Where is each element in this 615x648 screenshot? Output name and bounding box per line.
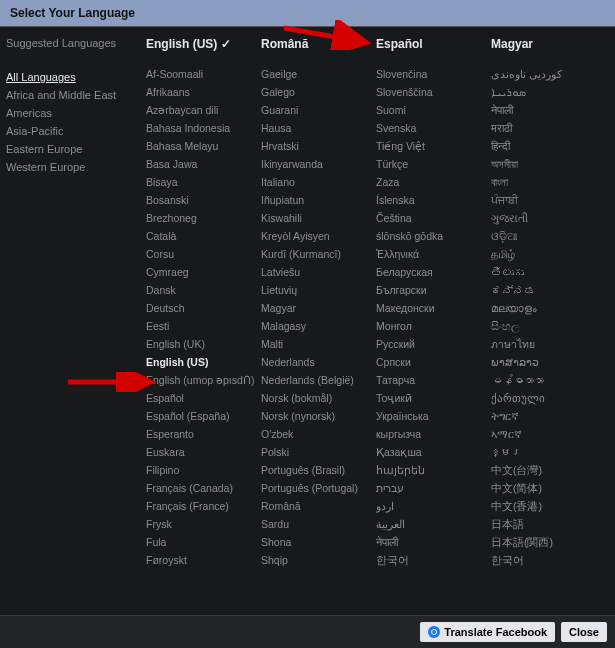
lang-item[interactable]: Norsk (bokmål) (261, 389, 370, 407)
lang-item[interactable]: Română (261, 497, 370, 515)
lang-item[interactable]: Hausa (261, 119, 370, 137)
sidebar-item-3[interactable]: Asia-Pacific (6, 125, 138, 137)
lang-item[interactable]: ქართული (491, 389, 600, 407)
lang-item[interactable]: Nederlands (261, 353, 370, 371)
lang-item[interactable]: Íslenska (376, 191, 485, 209)
lang-item[interactable]: Français (Canada) (146, 479, 255, 497)
sidebar-item-0[interactable]: All Languages (6, 71, 138, 83)
lang-item[interactable]: नेपाली (376, 533, 485, 551)
lang-item[interactable]: Bosanski (146, 191, 255, 209)
lang-item[interactable]: 中文(简体) (491, 479, 600, 497)
lang-item[interactable]: ગુજરાતી (491, 209, 600, 227)
lang-item[interactable]: Galego (261, 83, 370, 101)
close-button[interactable]: Close (561, 622, 607, 642)
lang-item[interactable]: 日本語 (491, 515, 600, 533)
lang-item[interactable]: Português (Portugal) (261, 479, 370, 497)
lang-item[interactable]: Azərbaycan dili (146, 101, 255, 119)
lang-item[interactable]: Français (France) (146, 497, 255, 515)
lang-item[interactable]: Magyar (261, 299, 370, 317)
lang-item[interactable]: Polski (261, 443, 370, 461)
lang-item[interactable]: Slovenščina (376, 83, 485, 101)
lang-item[interactable]: ትግርኛ (491, 407, 600, 425)
lang-item[interactable]: 中文(香港) (491, 497, 600, 515)
lang-item[interactable]: हिन्दी (491, 137, 600, 155)
lang-item[interactable]: Zaza (376, 173, 485, 191)
lang-item[interactable]: Kiswahili (261, 209, 370, 227)
lang-item[interactable]: Català (146, 227, 255, 245)
lang-item[interactable]: Deutsch (146, 299, 255, 317)
lang-item[interactable]: Gaeilge (261, 65, 370, 83)
lang-item[interactable]: Беларуская (376, 263, 485, 281)
lang-item[interactable]: Português (Brasil) (261, 461, 370, 479)
lang-item[interactable]: اردو (376, 497, 485, 515)
lang-item[interactable]: Kurdî (Kurmancî) (261, 245, 370, 263)
lang-item[interactable]: العربية (376, 515, 485, 533)
lang-item[interactable]: ślōnskŏ gŏdka (376, 227, 485, 245)
lang-item[interactable]: ኣማርኛ (491, 425, 600, 443)
lang-item[interactable]: नेपाली (491, 101, 600, 119)
lang-item[interactable]: Frysk (146, 515, 255, 533)
lang-item[interactable]: Latviešu (261, 263, 370, 281)
translate-button[interactable]: Translate Facebook (420, 622, 555, 642)
lang-item[interactable]: বাংলা (491, 173, 600, 191)
lang-item[interactable]: Español (146, 389, 255, 407)
lang-item[interactable]: کوردیی ناوەندی (491, 65, 600, 83)
lang-item[interactable]: ಕನ್ನಡ (491, 281, 600, 299)
lang-item[interactable]: O'zbek (261, 425, 370, 443)
lang-item[interactable]: मराठी (491, 119, 600, 137)
lang-item[interactable]: Esperanto (146, 425, 255, 443)
lang-item[interactable]: Fula (146, 533, 255, 551)
lang-item[interactable]: Српски (376, 353, 485, 371)
lang-item[interactable]: Svenska (376, 119, 485, 137)
lang-item[interactable]: Kreyòl Ayisyen (261, 227, 370, 245)
lang-item[interactable]: Українська (376, 407, 485, 425)
lang-item[interactable]: Slovenčina (376, 65, 485, 83)
lang-item[interactable]: Brezhoneg (146, 209, 255, 227)
lang-item[interactable]: Italiano (261, 173, 370, 191)
lang-item[interactable]: Қазақша (376, 443, 485, 461)
lang-item[interactable]: ภาษาไทย (491, 335, 600, 353)
lang-item[interactable]: ਪੰਜਾਬੀ (491, 191, 600, 209)
lang-item[interactable]: Malti (261, 335, 370, 353)
lang-item[interactable]: 한국어 (491, 551, 600, 569)
lang-item[interactable]: తెలుగు (491, 263, 600, 281)
suggested-lang-2[interactable]: Español (376, 37, 491, 51)
lang-item[interactable]: Filipino (146, 461, 255, 479)
lang-item[interactable]: Bahasa Indonesia (146, 119, 255, 137)
lang-item[interactable]: Føroyskt (146, 551, 255, 569)
lang-item[interactable]: Malagasy (261, 317, 370, 335)
lang-item[interactable]: Lietuvių (261, 281, 370, 299)
lang-item[interactable]: Corsu (146, 245, 255, 263)
lang-item[interactable]: Norsk (nynorsk) (261, 407, 370, 425)
lang-item[interactable]: Shqip (261, 551, 370, 569)
sidebar-item-5[interactable]: Western Europe (6, 161, 138, 173)
lang-item[interactable]: Ἑλληνικά (376, 245, 485, 263)
lang-item[interactable]: ພາສາລາວ (491, 353, 600, 371)
lang-item[interactable]: Eesti (146, 317, 255, 335)
lang-item[interactable]: Afrikaans (146, 83, 255, 101)
lang-item[interactable]: ខ្មែរ (491, 443, 600, 461)
lang-item[interactable]: Ikinyarwanda (261, 155, 370, 173)
lang-item[interactable]: Македонски (376, 299, 485, 317)
lang-item[interactable]: Af-Soomaali (146, 65, 255, 83)
lang-item[interactable]: Монгол (376, 317, 485, 335)
lang-item[interactable]: Cymraeg (146, 263, 255, 281)
lang-item[interactable]: Suomi (376, 101, 485, 119)
lang-item[interactable]: Татарча (376, 371, 485, 389)
lang-item[interactable]: Tiếng Việt (376, 137, 485, 155)
lang-item[interactable]: Shona (261, 533, 370, 551)
lang-item[interactable]: English (US) (146, 353, 255, 371)
lang-item[interactable]: Sardu (261, 515, 370, 533)
lang-item[interactable]: Türkçe (376, 155, 485, 173)
lang-item[interactable]: অসমীয়া (491, 155, 600, 173)
lang-item[interactable]: Nederlands (België) (261, 371, 370, 389)
lang-item[interactable]: 日本語(関西) (491, 533, 600, 551)
lang-item[interactable]: Basa Jawa (146, 155, 255, 173)
lang-item[interactable]: Guarani (261, 101, 370, 119)
lang-item[interactable]: Iñupiatun (261, 191, 370, 209)
lang-item[interactable]: Български (376, 281, 485, 299)
suggested-lang-3[interactable]: Magyar (491, 37, 606, 51)
sidebar-item-1[interactable]: Africa and Middle East (6, 89, 138, 101)
sidebar-item-4[interactable]: Eastern Europe (6, 143, 138, 155)
lang-item[interactable]: ܣܘܪܝܝܐ (491, 83, 600, 101)
